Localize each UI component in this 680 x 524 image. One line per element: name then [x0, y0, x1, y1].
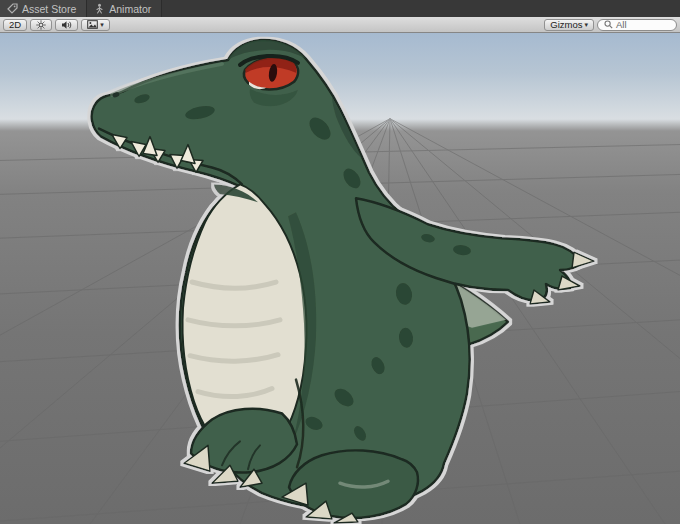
gizmos-label: Gizmos: [550, 19, 582, 30]
lighting-toggle-button[interactable]: [30, 19, 52, 31]
audio-toggle-button[interactable]: [55, 19, 78, 31]
search-icon: [604, 20, 613, 29]
mode-2d-button[interactable]: 2D: [3, 19, 27, 31]
search-value: All: [616, 19, 627, 30]
gizmos-dropdown-button[interactable]: Gizmos ▾: [544, 19, 594, 31]
animator-icon: [94, 3, 105, 14]
croc-eye: [240, 56, 298, 89]
scene-search-field[interactable]: All: [597, 19, 677, 31]
asset-store-icon: [7, 3, 18, 14]
tab-asset-store-label: Asset Store: [22, 3, 76, 15]
chevron-down-icon: ▾: [100, 21, 104, 28]
chevron-down-icon: ▾: [584, 21, 588, 28]
mode-2d-label: 2D: [9, 19, 21, 30]
crocodile-model: [0, 33, 680, 524]
audio-icon: [61, 20, 72, 30]
window-tab-bar: Asset Store Animator: [0, 0, 680, 17]
scene-toolbar: 2D ▾ Gizmos ▾: [0, 17, 680, 33]
tab-asset-store[interactable]: Asset Store: [0, 0, 87, 17]
sun-icon: [36, 20, 46, 30]
scene-viewport[interactable]: [0, 33, 680, 524]
tab-animator-label: Animator: [109, 3, 151, 15]
effects-dropdown-button[interactable]: ▾: [81, 19, 110, 31]
image-icon: [87, 20, 98, 29]
tab-animator[interactable]: Animator: [87, 0, 162, 17]
unity-editor-window: Asset Store Animator 2D: [0, 0, 680, 524]
